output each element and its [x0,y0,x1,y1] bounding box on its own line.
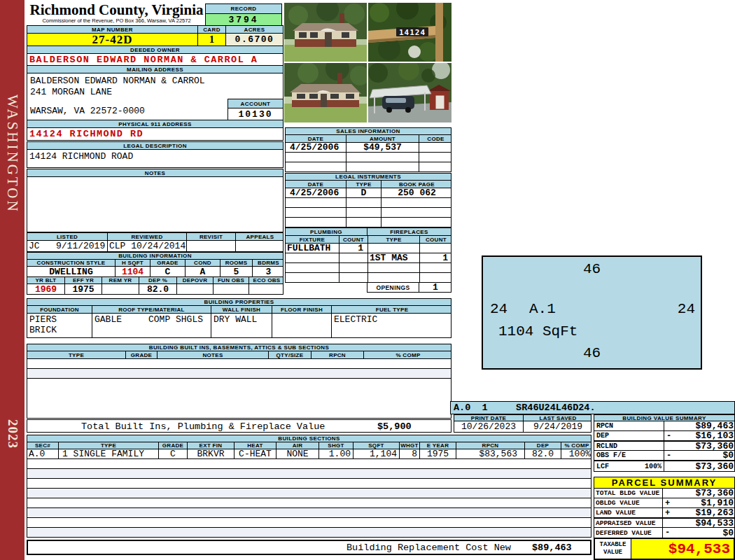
roof-value: GABLE COMP SHGLS [92,314,211,337]
building-sections-empty-row [27,517,592,528]
bvs-value-cell: - $0 [664,451,735,460]
bvs-value: $16,103 [695,431,735,440]
bs-grade-header: GRADE [158,442,187,449]
sales-amount-0: $49,537 [346,143,419,152]
bvs-sign: - [664,451,671,460]
bvs-value: $89,463 [695,421,735,430]
taxable-label-line-1: TAXABLE [600,541,626,549]
building-sketch: 46 24 A.1 24 1104 SqFt 46 [482,255,702,370]
bs-whgt-value: 8 [399,449,419,458]
foundation-value: PIERS BRICK [27,314,92,337]
sketch-area-label: 1104 SqFt [498,323,578,340]
built-ins-empty-row [27,378,451,419]
ecoobs-value [248,284,284,294]
sketch-dim-left: 24 [490,301,507,317]
floor-finish-value [272,314,331,337]
fireplace-type-1: 1ST MAS [368,253,419,262]
instr-date-header: DATE [286,181,346,188]
instruments-row [285,197,451,208]
appeals-header: APPEALS [235,233,284,240]
photo-address-sign: 14124 [368,3,451,62]
dep-value: 82.0 [139,284,176,294]
instr-book-header: BOOK PAGE [381,181,451,188]
fuel-type-value: ELECTRIC [331,314,451,337]
funobs-header: FUN OBS [213,277,248,284]
record-value: 3794 [205,13,282,26]
physical-address-value: 14124 RICHMOND RD [27,127,284,141]
fireplace-type-3 [368,273,419,282]
openings-label: OPENINGS [368,283,419,292]
reviewed-value: CLP 10/24/2014 [107,241,186,251]
sales-code-1 [419,153,451,162]
bvs-row-dep: DEP - $16,103 [594,430,735,441]
building-properties-value-row: PIERS BRICK GABLE COMP SHGLS DRY WALL EL… [27,313,451,338]
effyr-value: 1975 [64,284,102,294]
record-header: RECORD [205,4,282,14]
construction-style-header: CONSTRUCTION STYLE [27,260,115,266]
construction-style-value: DWELLING [27,267,115,276]
sales-date-0: 4/25/2006 [286,143,346,152]
bs-air-header: AIR [276,442,318,449]
plumbing-fireplaces-row: 1ST MAS 1 [285,253,451,263]
roof-header: ROOF TYPE/MATERIAL [92,306,211,313]
last-saved-value: 9/24/2019 [523,421,592,432]
instr-type-1 [346,198,381,207]
sketch-vector-line: A.0 1 SR46U24L46D24. [450,401,735,414]
instruments-row [285,217,451,227]
instr-type-0: D [346,188,381,197]
grade-value: C [150,267,185,276]
fireplace-count-0 [419,244,451,253]
instr-date-2 [286,208,346,217]
parcel-value: $0 [722,528,735,538]
sales-code-header: CODE [419,135,451,142]
instr-type-3 [346,218,381,227]
cond-value: A [185,267,220,276]
bs-comp-header: % COMP [561,442,592,449]
instr-date-3 [286,218,346,227]
building-sections-empty-row [27,527,592,538]
parcel-sign: + [663,508,670,517]
parcel-value-cell: + $1,910 [662,498,735,507]
print-date-header: PRINT DATE [454,415,523,421]
bs-sec-header: SEC# [27,442,58,449]
builtins-grade-header: GRADE [125,351,157,358]
sketch-section-label: A.1 [529,301,556,317]
replacement-cost-row: Building Replacement Cost New $89,463 [27,540,592,555]
rooms-value: 5 [220,267,252,276]
sketch-dim-right: 24 [678,301,695,317]
builtins-comp-header: % COMP [363,351,451,358]
bs-sqft-value: 1,104 [353,449,399,458]
bvs-row-rpcn: RPCN $89,463 [594,421,735,431]
builtins-notes-header: NOTES [157,351,268,358]
building-sections-empty-row [27,498,592,508]
wall-finish-value: DRY WALL [211,314,272,337]
legal-description-value: 14124 RICHMOND ROAD [27,149,284,168]
notes-box [27,176,284,232]
grade-header: GRADE [150,260,185,266]
parcel-value-cell: $94,533 [662,519,735,527]
bdrms-header: BDRMS [252,260,284,266]
parcel-value-cell: + $19,263 [662,508,735,517]
bvs-row-obs: OBS F/E - $0 [594,450,735,461]
parcel-label: OBLDG VALUE [594,498,662,507]
listed-value: JC 9/11/2019 [27,241,107,251]
built-ins-total-value: $5,900 [377,421,412,432]
bs-rpcn-value: $83,563 [456,449,524,458]
openings-value: 1 [419,283,451,292]
foundation-line-1: PIERS [29,314,92,325]
building-sections-data-row: A.0 1 SINGLE FAMILY C BRKVR C-HEAT NONE … [27,449,592,459]
sketch-dim-top: 46 [483,261,701,277]
foundation-line-2: BRICK [29,325,92,335]
appeals-value [235,241,284,251]
acres-value: 0.6700 [225,33,284,46]
bvs-value: $0 [722,451,735,460]
bs-shgt-header: SHGT [318,442,353,449]
bvs-label-dep: DEP [594,431,664,440]
building-sections-empty-row [27,468,592,479]
dep-header: DEP % [139,277,176,284]
bvs-value-cell: $89,463 [664,421,735,430]
parcel-label: DEFERRED VALUE [594,528,662,538]
bvs-sign: - [664,431,671,440]
bs-type-value: 1 SINGLE FAMILY [58,449,158,458]
rooms-header: ROOMS [220,260,252,266]
